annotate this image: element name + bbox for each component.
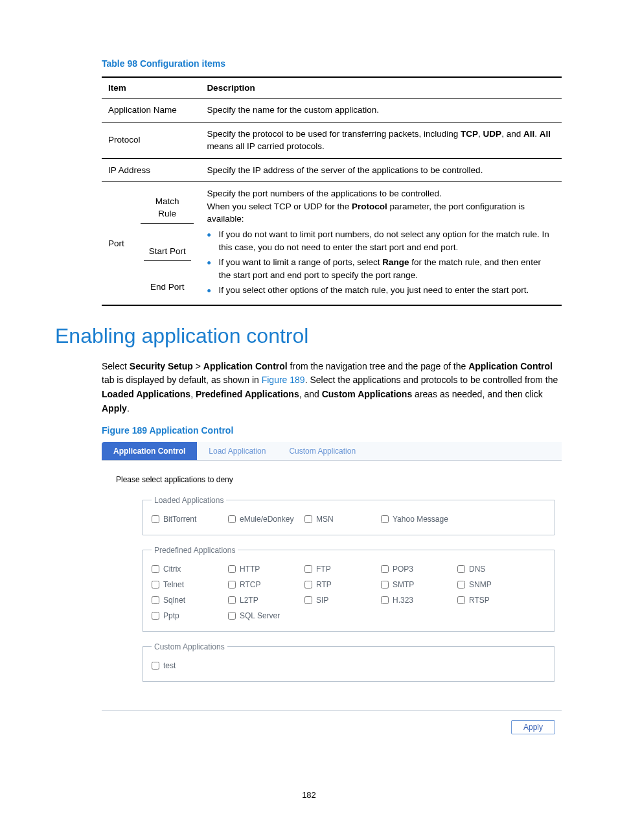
page-number: 182 [0, 790, 618, 800]
predef-item: L2TP [228, 596, 304, 605]
predef-checkbox[interactable] [152, 612, 159, 620]
loaded-checkbox[interactable] [304, 515, 312, 523]
predef-checkbox[interactable] [228, 596, 236, 604]
predef-label: SIP [316, 596, 328, 605]
group-loaded: Loaded Applications BitTorrenteMule/eDon… [142, 496, 555, 535]
tab-app-control[interactable]: Application Control [102, 442, 197, 460]
table-caption: Table 98 Configuration items [102, 58, 563, 69]
predef-checkbox[interactable] [304, 581, 312, 589]
predef-item: POP3 [381, 565, 457, 574]
predef-checkbox[interactable] [228, 612, 236, 620]
predef-item: RTCP [228, 580, 304, 589]
loaded-label: Yahoo Message [393, 515, 448, 524]
loaded-item: BitTorrent [152, 515, 228, 524]
apply-button[interactable]: Apply [511, 720, 555, 734]
predef-label: RTP [316, 580, 332, 589]
predef-label: HTTP [240, 565, 260, 574]
port-bullet-1: If you do not want to limit port numbers… [207, 228, 555, 253]
predef-label: SMTP [393, 580, 414, 589]
figure-link[interactable]: Figure 189 [262, 375, 305, 385]
predef-checkbox[interactable] [381, 596, 389, 604]
td-item-ip: IP Address [102, 158, 200, 182]
td-desc-protocol: Specify the protocol to be used for tran… [200, 122, 562, 158]
section-paragraph: Select Security Setup > Application Cont… [102, 360, 562, 416]
legend-custom: Custom Applications [152, 642, 227, 651]
section-heading: Enabling application control [55, 324, 563, 348]
predef-checkbox[interactable] [228, 581, 236, 589]
predef-item: Telnet [152, 580, 228, 589]
predef-item: Sqlnet [152, 596, 228, 605]
td-item-protocol: Protocol [102, 122, 200, 158]
ui-screenshot: Application Control Load Application Cus… [102, 442, 562, 734]
predef-item: FTP [304, 565, 381, 574]
predef-label: RTCP [240, 580, 260, 589]
predef-item: SIP [304, 596, 381, 605]
predef-checkbox[interactable] [304, 596, 312, 604]
loaded-label: eMule/eDonkey [240, 515, 293, 524]
predef-item: HTTP [228, 565, 304, 574]
predef-item: SNMP [457, 580, 534, 589]
loaded-label: MSN [316, 515, 334, 524]
th-item: Item [102, 77, 200, 99]
config-items-table: ItemDescription Application NameSpecify … [102, 76, 562, 306]
custom-label: test [163, 661, 176, 670]
custom-item: test [152, 661, 228, 670]
predef-label: RTSP [469, 596, 490, 605]
predef-label: FTP [316, 565, 331, 574]
td-desc-port: Specify the port numbers of the applicat… [200, 182, 562, 305]
td-item-port: Port [102, 182, 134, 305]
port-bullet-3: If you select other options of the match… [207, 284, 555, 297]
predef-label: POP3 [393, 565, 413, 574]
predef-label: DNS [469, 565, 485, 574]
predef-item: RTSP [457, 596, 534, 605]
predef-label: Sqlnet [163, 596, 185, 605]
group-predefined: Predefined Applications CitrixHTTPFTPPOP… [142, 546, 555, 632]
predef-checkbox[interactable] [152, 596, 159, 604]
predef-label: Pptp [163, 611, 179, 620]
group-custom: Custom Applications test [142, 642, 555, 682]
predef-item: RTP [304, 580, 381, 589]
predef-checkbox[interactable] [457, 596, 465, 604]
predef-label: L2TP [240, 596, 258, 605]
predef-checkbox[interactable] [152, 565, 159, 573]
tab-load-app[interactable]: Load Application [197, 442, 277, 460]
panel-prompt: Please select applications to deny [116, 475, 555, 484]
predef-checkbox[interactable] [457, 581, 465, 589]
legend-predefined: Predefined Applications [152, 546, 238, 555]
td-desc-appname: Specify the name for the custom applicat… [200, 99, 562, 122]
predef-checkbox[interactable] [304, 565, 312, 573]
predef-checkbox[interactable] [381, 565, 389, 573]
td-sub-start: Start Port [134, 234, 200, 270]
predef-checkbox[interactable] [381, 581, 389, 589]
predef-item: SMTP [381, 580, 457, 589]
predef-item: SQL Server [228, 611, 304, 620]
loaded-checkbox[interactable] [381, 515, 389, 523]
loaded-checkbox[interactable] [228, 515, 236, 523]
predef-label: SQL Server [240, 611, 280, 620]
predef-checkbox[interactable] [228, 565, 236, 573]
predef-label: H.323 [393, 596, 413, 605]
predef-checkbox[interactable] [152, 581, 159, 589]
figure-caption: Figure 189 Application Control [102, 425, 563, 436]
port-bullet-2: If you want to limit a range of ports, s… [207, 256, 555, 281]
loaded-label: BitTorrent [163, 515, 196, 524]
predef-item: Pptp [152, 611, 228, 620]
tab-strip: Application Control Load Application Cus… [102, 442, 562, 461]
predef-item: H.323 [381, 596, 457, 605]
predef-label: Citrix [163, 565, 181, 574]
loaded-item: Yahoo Message [381, 515, 457, 524]
loaded-item: eMule/eDonkey [228, 515, 304, 524]
legend-loaded: Loaded Applications [152, 496, 226, 505]
td-sub-end: End Port [134, 270, 200, 305]
predef-item: DNS [457, 565, 534, 574]
predef-checkbox[interactable] [457, 565, 465, 573]
custom-checkbox[interactable] [152, 662, 159, 670]
td-item-appname: Application Name [102, 99, 200, 122]
td-sub-match: Match Rule [134, 182, 200, 234]
predef-item: Citrix [152, 565, 228, 574]
td-desc-ip: Specify the IP address of the server of … [200, 158, 562, 182]
loaded-item: MSN [304, 515, 381, 524]
tab-custom-app[interactable]: Custom Application [277, 442, 367, 460]
predef-label: SNMP [469, 580, 492, 589]
loaded-checkbox[interactable] [152, 515, 159, 523]
